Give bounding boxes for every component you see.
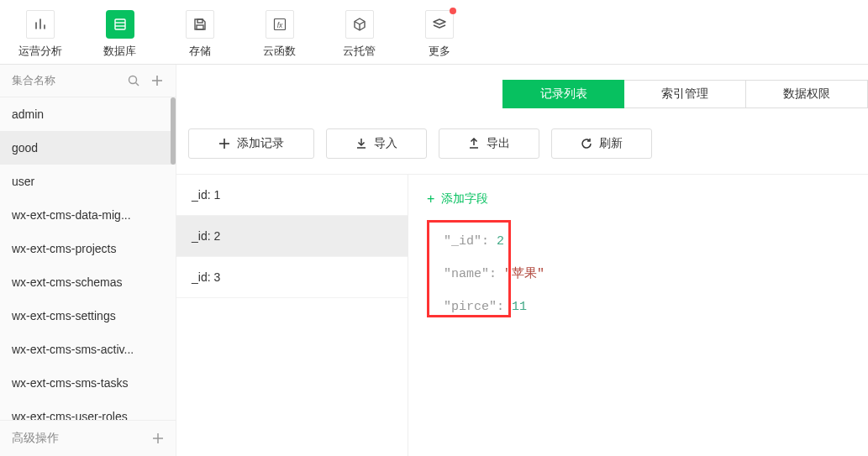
- json-key: "name": [444, 267, 489, 281]
- json-key: "_id": [444, 234, 481, 249]
- svg-rect-6: [197, 19, 203, 23]
- topnav-label: 更多: [399, 44, 479, 59]
- fx-icon: fx: [266, 10, 294, 39]
- collection-item[interactable]: good: [0, 131, 176, 165]
- collection-item[interactable]: wx-ext-cms-user-roles: [0, 400, 176, 420]
- import-button[interactable]: 导入: [326, 128, 427, 159]
- collection-item[interactable]: user: [0, 165, 176, 198]
- json-row[interactable]: "pirce": 11: [444, 291, 868, 323]
- record-item[interactable]: _id: 2: [176, 216, 408, 257]
- notification-dot-icon: [450, 8, 456, 14]
- topnav-item-storage[interactable]: 存储: [160, 7, 239, 59]
- export-icon: [468, 138, 480, 149]
- collection-item[interactable]: wx-ext-cms-sms-tasks: [0, 366, 176, 400]
- import-icon: [355, 138, 367, 149]
- collection-item[interactable]: wx-ext-cms-data-mig...: [0, 198, 176, 232]
- collection-item[interactable]: admin: [0, 97, 176, 131]
- json-key: "pirce": [444, 300, 497, 314]
- json-value: "苹果": [504, 267, 544, 281]
- json-viewer: "_id": 2 "name": "苹果" "pirce": 11: [427, 225, 868, 323]
- plus-icon: [152, 432, 164, 444]
- stack-icon: [425, 10, 454, 39]
- svg-rect-3: [115, 19, 125, 29]
- svg-rect-7: [197, 25, 203, 29]
- export-button[interactable]: 导出: [439, 128, 539, 159]
- json-value: 2: [497, 234, 504, 249]
- collection-list: admin good user wx-ext-cms-data-mig... w…: [0, 97, 176, 420]
- content-area: _id: 1 _id: 2 _id: 3 + 添加字段 "_id": 2 "na…: [176, 174, 868, 456]
- collection-item[interactable]: wx-ext-cms-schemas: [0, 265, 176, 299]
- collection-item[interactable]: wx-ext-cms-projects: [0, 232, 176, 265]
- button-label: 导出: [487, 136, 510, 151]
- svg-line-11: [136, 83, 139, 86]
- topnav-item-database[interactable]: 数据库: [80, 7, 160, 59]
- save-icon: [186, 10, 214, 39]
- button-label: 添加记录: [237, 136, 284, 151]
- topnav-label: 云托管: [319, 44, 399, 59]
- topnav-item-more[interactable]: 更多: [399, 7, 479, 59]
- topnav-label: 存储: [160, 44, 239, 59]
- toolbar: 添加记录 导入 导出 刷新: [176, 108, 868, 174]
- topnav-item-analytics[interactable]: 运营分析: [0, 7, 80, 59]
- topnav-item-cloud-hosting[interactable]: 云托管: [319, 7, 399, 59]
- sidebar-scrollbar[interactable]: [171, 97, 176, 420]
- main-panel: 记录列表 索引管理 数据权限 添加记录 导入 导出 刷新: [176, 65, 868, 456]
- add-record-button[interactable]: 添加记录: [188, 128, 314, 159]
- topnav-label: 云函数: [239, 44, 319, 59]
- tab-records[interactable]: 记录列表: [502, 80, 624, 108]
- record-item[interactable]: _id: 3: [176, 257, 408, 298]
- tab-bar: 记录列表 索引管理 数据权限: [176, 65, 868, 108]
- refresh-icon: [581, 138, 592, 149]
- json-row[interactable]: "name": "苹果": [444, 258, 868, 291]
- button-label: 刷新: [599, 136, 623, 151]
- search-icon[interactable]: [127, 74, 140, 87]
- cube-icon: [345, 10, 374, 39]
- advanced-ops-label: 高级操作: [12, 431, 152, 446]
- refresh-button[interactable]: 刷新: [551, 128, 652, 159]
- record-item[interactable]: _id: 1: [176, 175, 408, 216]
- collection-item[interactable]: wx-ext-cms-sms-activ...: [0, 333, 176, 366]
- topnav-label: 数据库: [80, 44, 160, 59]
- button-label: 导入: [374, 136, 397, 151]
- collection-item[interactable]: wx-ext-cms-settings: [0, 299, 176, 333]
- add-field-button[interactable]: + 添加字段: [427, 191, 868, 207]
- svg-point-10: [129, 76, 137, 84]
- bars-icon: [26, 10, 55, 39]
- plus-icon: [218, 138, 230, 149]
- plus-icon: +: [427, 191, 434, 207]
- sidebar-title: 集合名称: [12, 73, 117, 88]
- add-field-label: 添加字段: [441, 191, 488, 207]
- sidebar: 集合名称 admin good user wx-ext-cms-data-mig…: [0, 65, 176, 456]
- json-value: 11: [512, 300, 527, 314]
- record-detail: + 添加字段 "_id": 2 "name": "苹果" "pirce": 11: [408, 175, 868, 456]
- topnav-item-cloud-functions[interactable]: fx 云函数: [239, 7, 319, 59]
- tab-permissions[interactable]: 数据权限: [746, 80, 868, 108]
- topnav-label: 运营分析: [0, 44, 80, 59]
- sidebar-header: 集合名称: [0, 65, 176, 97]
- json-row[interactable]: "_id": 2: [444, 225, 868, 258]
- advanced-ops[interactable]: 高级操作: [0, 420, 176, 456]
- record-list: _id: 1 _id: 2 _id: 3: [176, 175, 408, 456]
- add-collection-icon[interactable]: [150, 74, 164, 87]
- svg-text:fx: fx: [276, 21, 282, 29]
- tab-indexes[interactable]: 索引管理: [624, 80, 746, 108]
- top-nav: 运营分析 数据库 存储 fx 云函数 云托管 更多: [0, 0, 868, 65]
- database-icon: [106, 10, 134, 39]
